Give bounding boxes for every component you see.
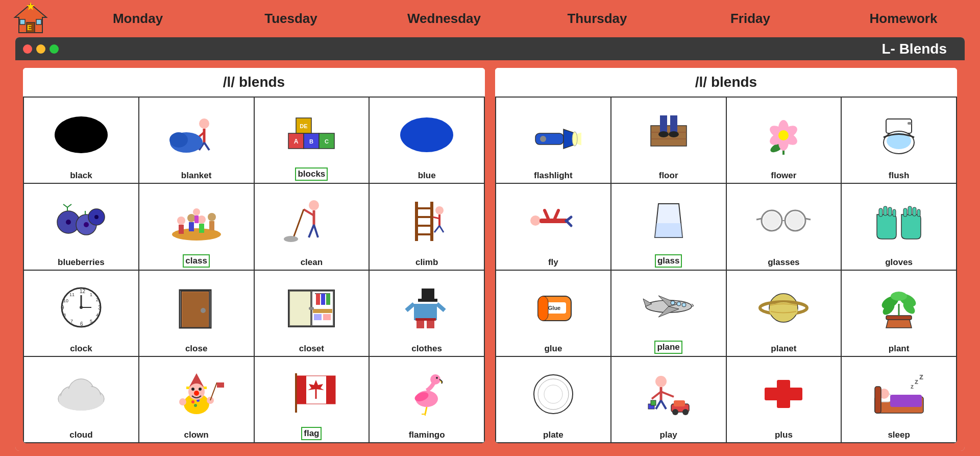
flamingo-image bbox=[372, 360, 482, 428]
nav-wednesday[interactable]: Wednesday bbox=[368, 0, 521, 37]
fly-image bbox=[498, 187, 608, 255]
cell-clown: clown bbox=[139, 357, 255, 443]
nav-tuesday[interactable]: Tuesday bbox=[214, 0, 368, 37]
minimize-button[interactable] bbox=[36, 44, 45, 54]
close-button[interactable] bbox=[23, 44, 32, 54]
svg-line-50 bbox=[314, 225, 318, 237]
svg-point-93 bbox=[311, 307, 314, 310]
svg-point-109 bbox=[83, 389, 100, 405]
svg-point-24 bbox=[66, 220, 71, 225]
planet-label: planet bbox=[771, 344, 796, 354]
window-title: L- Blends bbox=[881, 41, 957, 57]
black-image bbox=[26, 101, 136, 169]
sleep-label: sleep bbox=[888, 430, 910, 440]
clown-image bbox=[141, 360, 252, 428]
svg-text:z: z bbox=[915, 377, 918, 386]
left-word-grid: black bbox=[23, 97, 485, 443]
main-window: L- Blends /l/ blends black bbox=[15, 37, 965, 451]
planet-image bbox=[729, 274, 839, 342]
blocks-image: A B C DE bbox=[257, 101, 367, 165]
climb-label: climb bbox=[415, 257, 438, 268]
svg-point-147 bbox=[658, 131, 669, 137]
svg-rect-43 bbox=[194, 215, 199, 223]
maximize-button[interactable] bbox=[50, 44, 59, 54]
svg-line-209 bbox=[652, 392, 661, 399]
svg-rect-137 bbox=[535, 133, 564, 145]
cell-flag: flag bbox=[255, 357, 370, 443]
svg-line-122 bbox=[210, 382, 217, 400]
svg-rect-89 bbox=[313, 309, 332, 313]
svg-point-113 bbox=[194, 404, 197, 407]
svg-point-36 bbox=[187, 214, 195, 222]
svg-text:A: A bbox=[294, 138, 299, 145]
svg-text:1: 1 bbox=[90, 292, 92, 297]
plus-image bbox=[729, 360, 839, 428]
right-panel: /l/ blends bbox=[495, 68, 957, 443]
svg-rect-182 bbox=[917, 209, 920, 217]
svg-point-22 bbox=[400, 117, 453, 152]
nav-friday[interactable]: Friday bbox=[674, 0, 827, 37]
cell-planet: planet bbox=[727, 271, 842, 357]
svg-text:7: 7 bbox=[70, 319, 73, 324]
svg-point-119 bbox=[199, 388, 202, 391]
nav-thursday[interactable]: Thursday bbox=[521, 0, 674, 37]
blue-image bbox=[372, 101, 482, 169]
svg-point-215 bbox=[672, 409, 678, 415]
left-panel: /l/ blends black bbox=[23, 68, 485, 443]
svg-point-192 bbox=[671, 301, 675, 305]
cell-cloud: cloud bbox=[24, 357, 139, 443]
svg-rect-218 bbox=[651, 400, 656, 405]
svg-point-157 bbox=[778, 130, 789, 140]
clock-label: clock bbox=[70, 344, 92, 354]
svg-line-49 bbox=[309, 225, 314, 237]
cell-glue: Glue glue bbox=[496, 271, 611, 357]
play-label: play bbox=[660, 430, 677, 440]
svg-rect-37 bbox=[189, 222, 194, 231]
svg-rect-95 bbox=[418, 299, 437, 302]
svg-line-212 bbox=[661, 400, 666, 409]
svg-line-46 bbox=[304, 209, 314, 215]
class-label: class bbox=[183, 254, 210, 268]
cell-sleep: z z z sleep bbox=[842, 357, 957, 443]
svg-line-61 bbox=[439, 226, 444, 232]
cell-plant: plant bbox=[842, 271, 957, 357]
nav-homework[interactable]: Homework bbox=[827, 0, 980, 37]
svg-rect-178 bbox=[893, 209, 896, 217]
svg-point-34 bbox=[177, 217, 185, 225]
svg-rect-94 bbox=[422, 289, 434, 300]
svg-text:z: z bbox=[911, 383, 914, 390]
cell-flamingo: flamingo bbox=[370, 357, 485, 443]
svg-line-27 bbox=[67, 204, 71, 207]
svg-rect-161 bbox=[908, 122, 912, 125]
svg-rect-87 bbox=[321, 294, 325, 305]
svg-line-26 bbox=[63, 204, 67, 207]
svg-point-174 bbox=[787, 212, 804, 229]
svg-point-57 bbox=[435, 206, 444, 214]
clothes-image bbox=[372, 274, 482, 342]
plate-label: plate bbox=[543, 430, 564, 440]
svg-text:3: 3 bbox=[98, 305, 101, 310]
nav-monday[interactable]: Monday bbox=[61, 0, 214, 37]
closet-label: closet bbox=[299, 344, 324, 354]
svg-point-191 bbox=[677, 302, 681, 306]
class-image bbox=[141, 187, 252, 252]
flashlight-image bbox=[498, 101, 608, 169]
svg-rect-86 bbox=[316, 294, 320, 305]
blue-label: blue bbox=[418, 171, 436, 181]
glasses-image bbox=[729, 187, 839, 255]
cell-glass: glass bbox=[611, 184, 727, 270]
svg-line-97 bbox=[406, 304, 414, 310]
clock-image: 12 3 6 9 1 2 4 5 7 8 10 11 bbox=[26, 274, 136, 342]
svg-rect-197 bbox=[886, 316, 912, 320]
cell-class: class bbox=[139, 184, 255, 270]
svg-rect-2 bbox=[20, 19, 25, 25]
cell-close: close bbox=[139, 271, 255, 357]
clean-label: clean bbox=[301, 257, 323, 268]
glue-image: Glue bbox=[498, 274, 608, 342]
fly-label: fly bbox=[548, 257, 558, 268]
cell-climb: climb bbox=[370, 184, 485, 270]
svg-point-207 bbox=[655, 376, 667, 387]
svg-text:8: 8 bbox=[63, 313, 66, 318]
svg-line-171 bbox=[756, 219, 762, 220]
svg-rect-123 bbox=[217, 382, 224, 388]
